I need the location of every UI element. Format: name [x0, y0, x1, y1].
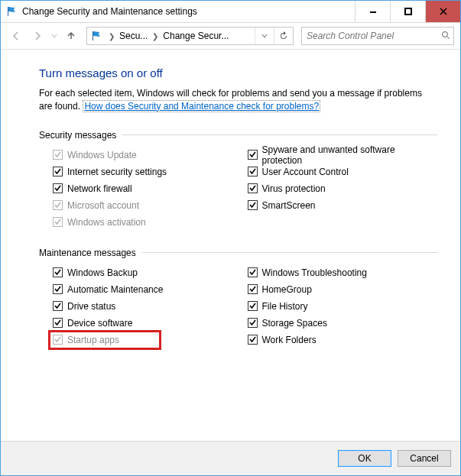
checkbox-label: Network firewall	[67, 183, 132, 194]
checkbox	[53, 217, 63, 227]
address-dropdown-icon[interactable]	[255, 28, 274, 44]
svg-point-4	[443, 31, 448, 37]
svg-rect-2	[405, 8, 411, 15]
checkbox-label: File History	[262, 301, 308, 312]
checkbox	[53, 150, 63, 160]
checkbox[interactable]	[248, 284, 258, 294]
minimize-button[interactable]	[355, 1, 390, 22]
checkbox[interactable]	[53, 267, 63, 277]
security-section: Security messages Windows UpdateInternet…	[39, 130, 437, 231]
security-section-title: Security messages	[39, 130, 116, 141]
checkbox-label: Windows activation	[67, 217, 146, 228]
forward-button	[28, 27, 47, 45]
window-title: Change Security and Maintenance settings	[22, 6, 355, 17]
checkbox[interactable]	[248, 335, 258, 345]
checkbox-item-windows-troubleshooting: Windows Troubleshooting	[248, 264, 438, 281]
svg-rect-0	[8, 7, 8, 16]
checkbox[interactable]	[53, 183, 63, 193]
checkbox-label: Spyware and unwanted software protection	[262, 144, 438, 166]
help-link[interactable]: How does Security and Maintenance check …	[83, 100, 320, 112]
checkbox-item-automatic-maintenance: Automatic Maintenance	[53, 281, 243, 298]
checkbox[interactable]	[53, 167, 63, 176]
up-button[interactable]	[62, 27, 80, 45]
security-section-header: Security messages	[39, 130, 437, 141]
history-dropdown-icon[interactable]	[50, 27, 59, 45]
checkbox[interactable]	[248, 200, 258, 210]
ok-button[interactable]: OK	[338, 450, 391, 467]
checkbox[interactable]	[53, 301, 63, 311]
checkbox-label: Storage Spaces	[262, 318, 327, 329]
checkbox[interactable]	[248, 167, 258, 176]
address-bar[interactable]: ❯ Secu... ❯ Change Secur...	[86, 27, 294, 45]
page-description: For each selected item, Windows will che…	[39, 87, 437, 113]
checkbox-item-windows-activation: Windows activation	[53, 214, 243, 231]
search-icon[interactable]	[441, 31, 450, 42]
chevron-right-icon: ❯	[106, 32, 118, 40]
checkbox[interactable]	[248, 150, 258, 160]
checkbox-item-windows-backup: Windows Backup	[53, 264, 243, 281]
checkbox-item-spyware-and-unwanted-software-protection: Spyware and unwanted software protection	[248, 147, 438, 164]
checkbox[interactable]	[53, 284, 63, 294]
breadcrumb-1-label: Secu...	[119, 31, 148, 41]
checkbox-item-storage-spaces: Storage Spaces	[248, 315, 438, 332]
checkbox-item-windows-update: Windows Update	[53, 147, 243, 164]
svg-rect-1	[370, 11, 376, 13]
svg-rect-3	[93, 31, 93, 40]
checkbox-label: Windows Troubleshooting	[262, 267, 367, 278]
divider	[122, 134, 437, 135]
checkbox[interactable]	[248, 318, 258, 328]
breadcrumb-2[interactable]: Change Secur...	[161, 28, 230, 44]
checkbox-label: Drive status	[67, 301, 115, 312]
checkbox-item-internet-security-settings: Internet security settings	[53, 164, 243, 180]
checkbox-item-virus-protection: Virus protection	[248, 180, 438, 197]
checkbox	[53, 200, 63, 210]
checkbox-label: Device software	[67, 318, 132, 329]
maximize-button[interactable]	[390, 1, 425, 22]
checkbox-item-network-firewall: Network firewall	[53, 180, 243, 197]
nav-row: ❯ Secu... ❯ Change Secur...	[1, 23, 460, 50]
refresh-button[interactable]	[274, 28, 293, 44]
checkbox-label: Windows Backup	[67, 267, 138, 278]
breadcrumb-1[interactable]: Secu...	[118, 28, 149, 44]
window: Change Security and Maintenance settings	[0, 0, 461, 476]
checkbox-label: Work Folders	[262, 335, 317, 345]
checkbox-item-smartscreen: SmartScreen	[248, 197, 438, 214]
checkbox[interactable]	[248, 301, 258, 311]
checkbox-label: Virus protection	[262, 183, 326, 194]
titlebar: Change Security and Maintenance settings	[1, 1, 460, 23]
breadcrumb-2-label: Change Secur...	[163, 31, 229, 41]
content-area: Turn messages on or off For each selecte…	[1, 50, 460, 441]
checkbox[interactable]	[248, 183, 258, 193]
app-flag-icon	[5, 5, 18, 18]
page-title: Turn messages on or off	[39, 66, 437, 79]
checkbox-label: SmartScreen	[262, 200, 316, 211]
address-flag-icon	[90, 30, 102, 42]
checkbox-label: Startup apps	[67, 335, 119, 345]
search-input[interactable]	[305, 30, 441, 42]
checkbox-item-work-folders: Work Folders	[248, 332, 438, 348]
maintenance-section-title: Maintenance messages	[39, 248, 136, 258]
footer: OK Cancel	[1, 441, 460, 475]
window-buttons	[355, 1, 460, 22]
checkbox-label: Automatic Maintenance	[67, 284, 163, 295]
divider	[142, 252, 437, 253]
checkbox-label: Windows Update	[67, 150, 137, 160]
checkbox[interactable]	[53, 318, 63, 328]
checkbox-label: Microsoft account	[67, 200, 139, 211]
checkbox-item-homegroup: HomeGroup	[248, 281, 438, 298]
checkbox-item-drive-status: Drive status	[53, 298, 243, 315]
close-button[interactable]	[425, 1, 460, 22]
cancel-button[interactable]: Cancel	[398, 450, 451, 467]
maintenance-section: Maintenance messages Windows BackupAutom…	[39, 248, 437, 348]
checkbox-label: HomeGroup	[262, 284, 312, 295]
checkbox-item-file-history: File History	[248, 298, 438, 315]
checkbox-item-microsoft-account: Microsoft account	[53, 197, 243, 214]
checkbox	[53, 335, 63, 345]
checkbox-label: User Account Control	[262, 167, 349, 177]
search-box[interactable]	[301, 27, 454, 45]
back-button[interactable]	[7, 27, 25, 45]
checkbox[interactable]	[248, 267, 258, 277]
checkbox-item-user-account-control: User Account Control	[248, 164, 438, 180]
chevron-right-icon: ❯	[149, 32, 161, 40]
maintenance-section-header: Maintenance messages	[39, 248, 437, 258]
